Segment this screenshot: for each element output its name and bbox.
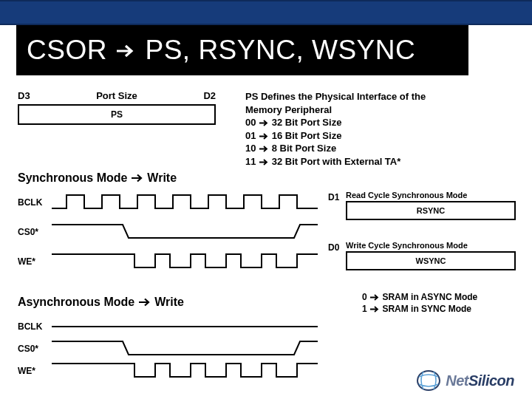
signal-bclk: BCLK (18, 192, 318, 213)
mode-note: 0 SRAM in ASYNC Mode 1 SRAM in SYNC Mode (362, 291, 477, 315)
globe-icon (416, 369, 441, 392)
reg-rsync: D1 Read Cycle Synchronous Mode RSYNC (346, 191, 516, 220)
logo: NetSilicon (416, 369, 514, 392)
psdef-line: 10 8 Bit Port Size (245, 142, 426, 155)
psdef-line: Memory Peripheral (245, 103, 426, 117)
arrow-right-icon (259, 158, 269, 166)
signal-cs0-async: CS0* (18, 338, 318, 359)
signal-we: WE* (18, 251, 318, 272)
wsync-box: WSYNC (346, 251, 516, 270)
arrow-right-icon (369, 305, 380, 313)
psdef-line: 01 16 Bit Port Size (245, 129, 426, 143)
ps-definition: PS Defines the Physical Interface of the… (245, 90, 426, 168)
mode-note-line: 0 SRAM in ASYNC Mode (362, 291, 477, 303)
title-panel: CSOR PS, RSYNC, WSYNC (16, 25, 468, 75)
title-right: PS, RSYNC, WSYNC (145, 35, 415, 65)
signal-label: BCLK (18, 321, 52, 332)
bit-d1: D1 (328, 192, 339, 202)
signal-cs0: CS0* (18, 222, 318, 242)
port-size-label: Port Size (30, 90, 204, 101)
rsync-box: RSYNC (346, 201, 516, 220)
wsync-caption: Write Cycle Synchronous Mode (346, 241, 516, 250)
arrow-right-icon (369, 293, 380, 301)
signal-label: BCLK (18, 197, 52, 208)
signal-we-async: WE* (18, 361, 318, 381)
top-bar (0, 0, 532, 25)
waveform-we-async (52, 361, 318, 381)
bit-d0: D0 (328, 242, 339, 253)
signal-label: WE* (18, 256, 52, 267)
ps-box-text: PS (111, 109, 123, 120)
signal-label: CS0* (18, 344, 52, 354)
rsync-caption: Read Cycle Synchronous Mode (346, 191, 516, 200)
arrow-right-icon (138, 297, 151, 307)
waveform-we (52, 251, 318, 272)
psdef-line: 11 32 Bit Port with External TA* (245, 155, 426, 168)
psdef-line: PS Defines the Physical Interface of the (245, 90, 426, 103)
waveform-cs0 (52, 222, 318, 242)
signal-label: WE* (18, 366, 52, 376)
port-size-field: D3 Port Size D2 PS (18, 90, 216, 125)
mode-note-line: 1 SRAM in SYNC Mode (362, 303, 477, 315)
signal-label: CS0* (18, 227, 52, 237)
bit-d2: D2 (203, 90, 216, 101)
heading-sync: Synchronous Mode Write (18, 171, 177, 185)
psdef-line: 00 32 Bit Port Size (245, 116, 426, 129)
logo-text: NetSilicon (446, 372, 514, 389)
arrow-right-icon (259, 145, 269, 153)
reg-wsync: D0 Write Cycle Synchronous Mode WSYNC (346, 241, 516, 270)
title-left: CSOR (27, 35, 107, 65)
arrow-right-icon (259, 119, 269, 127)
waveform-bclk-async (52, 316, 318, 337)
waveform-cs0-async (52, 338, 318, 359)
arrow-right-icon (115, 41, 137, 61)
title-text: CSOR PS, RSYNC, WSYNC (27, 35, 415, 66)
arrow-right-icon (259, 132, 269, 140)
signal-bclk-async: BCLK (18, 316, 318, 337)
arrow-right-icon (131, 173, 144, 183)
waveform-bclk (52, 192, 318, 213)
heading-async: Asynchronous Mode Write (18, 296, 184, 309)
bit-d3: D3 (18, 90, 30, 101)
ps-box: PS (18, 104, 216, 125)
